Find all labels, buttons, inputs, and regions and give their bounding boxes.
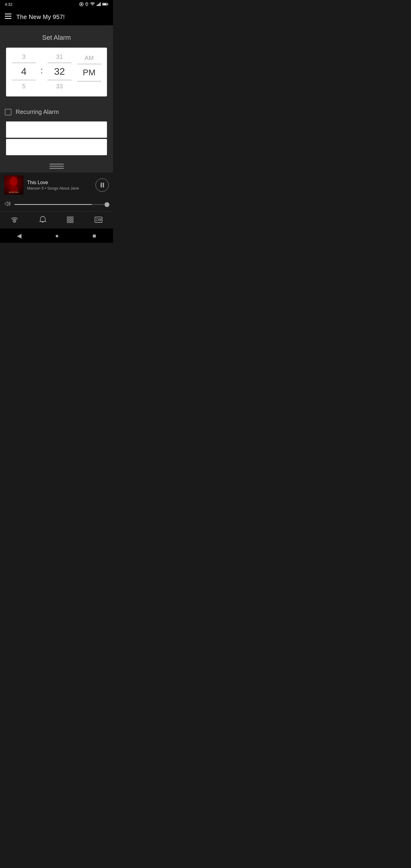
keypad-icon [67,216,74,223]
hour-column[interactable]: 3 4 5 [9,51,38,93]
play-indicator-icon [79,2,84,6]
bottom-nav [0,211,113,228]
svg-rect-27 [67,221,69,223]
top-nav: The New My 957! [0,8,113,25]
radio-icon [10,216,19,223]
menu-line-3 [50,168,64,169]
status-bar: 4:32 [0,0,113,8]
drag-handle[interactable] [0,161,113,173]
hour-below: 5 [9,81,38,92]
svg-point-31 [96,218,98,221]
volume-fill [14,204,92,205]
svg-rect-12 [5,18,11,19]
svg-point-16 [10,186,18,192]
track-name: This Love [27,180,92,185]
minute-column[interactable]: 31 32 33 [44,51,74,93]
volume-slider[interactable] [14,204,109,205]
recurring-alarm-label: Recurring Alarm [16,108,59,116]
svg-rect-5 [99,3,100,6]
status-icons [79,2,108,6]
svg-rect-8 [107,4,108,5]
recurring-alarm-checkbox[interactable] [5,109,11,116]
card-icon [94,216,103,223]
minute-active: 32 [44,64,74,79]
wifi-icon [90,2,95,6]
recurring-alarm-section[interactable]: Recurring Alarm [0,102,113,121]
svg-rect-22 [70,217,71,218]
time-colon: : [38,51,44,93]
set-alarm-title: Set Alarm [42,34,71,41]
ampm-divider-bottom [77,81,101,82]
minute-below: 33 [44,81,74,92]
ampm-above: AM [85,53,94,63]
back-button[interactable]: ◀ [17,232,22,239]
alarm-input-box-2[interactable] [6,139,107,155]
svg-rect-24 [67,219,69,221]
status-time: 4:32 [5,2,12,7]
svg-rect-4 [98,4,99,6]
volume-thumb[interactable] [104,202,109,207]
nav-alarm[interactable] [37,215,49,225]
hour-divider-bottom [12,80,36,80]
menu-line-2 [50,166,64,167]
alarm-icon [39,216,46,224]
hour-divider-top [12,63,36,63]
minute-divider-bottom [48,80,71,80]
ampm-column[interactable]: AM PM [74,51,104,93]
svg-rect-3 [97,5,98,6]
pause-icon [101,183,104,187]
svg-rect-21 [67,217,69,218]
track-artist: Maroon 5 • Songs About Jane [27,186,92,190]
nav-radio[interactable] [8,215,21,224]
album-art-svg: MAROON5 [4,176,24,195]
svg-text:MAROON5: MAROON5 [9,191,19,193]
location-icon [85,2,89,6]
alarm-input-box-1[interactable] [6,121,107,138]
hour-active: 4 [9,64,38,79]
svg-rect-23 [72,217,73,218]
main-content: Set Alarm 3 4 5 : 31 32 [0,25,113,211]
nav-card[interactable] [92,215,105,224]
battery-icon [102,2,108,6]
svg-rect-26 [72,219,73,221]
track-info: This Love Maroon 5 • Songs About Jane [27,180,92,190]
hour-above: 3 [9,51,38,62]
system-nav: ◀ ● ■ [0,228,113,243]
svg-rect-6 [100,2,101,6]
alarm-input-boxes [0,121,113,155]
svg-point-19 [14,221,15,222]
svg-rect-9 [103,4,107,5]
minute-divider-top [48,63,71,63]
svg-point-20 [42,216,43,217]
minute-above: 31 [44,51,74,62]
now-playing-bar: MAROON5 This Love Maroon 5 • Songs About… [0,173,113,198]
hamburger-icon [5,13,11,19]
svg-rect-29 [72,221,73,223]
svg-point-15 [10,177,18,186]
svg-rect-11 [5,16,11,17]
svg-point-2 [87,3,87,4]
volume-icon [4,201,11,208]
recent-button[interactable]: ■ [93,232,96,239]
album-art: MAROON5 [4,176,24,195]
nav-keypad[interactable] [64,215,76,224]
svg-rect-28 [70,221,71,223]
app-title: The New My 957! [16,13,65,21]
svg-point-1 [81,4,82,5]
menu-line-1 [50,164,64,164]
volume-row [0,198,113,211]
home-button[interactable]: ● [55,232,59,239]
ampm-active: PM [83,65,96,81]
pause-button[interactable] [96,179,109,192]
signal-icon [96,2,101,6]
time-picker-card[interactable]: 3 4 5 : 31 32 33 AM [6,48,107,96]
svg-rect-10 [5,13,11,14]
ampm-divider-top [77,64,101,64]
set-alarm-section: Set Alarm 3 4 5 : 31 32 [0,25,113,102]
svg-rect-25 [70,219,71,221]
volume-speaker-icon [4,201,11,207]
hamburger-button[interactable] [5,13,11,21]
